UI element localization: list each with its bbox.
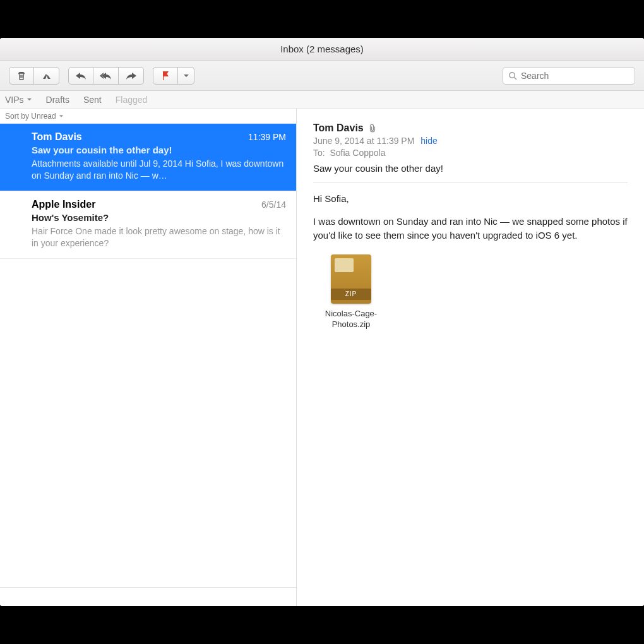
reply-button[interactable] <box>68 67 93 85</box>
flag-group <box>153 67 194 85</box>
junk-button[interactable] <box>34 67 59 85</box>
list-footer <box>0 587 296 606</box>
reader-from: Tom Davis <box>313 122 364 134</box>
favorites-label: Drafts <box>46 95 69 105</box>
message-cell[interactable]: Apple Insider 6/5/14 How's Yosemite? Hai… <box>0 191 296 259</box>
favorites-item-vips[interactable]: VIPs <box>5 95 32 105</box>
mail-window: Inbox (2 messages) <box>0 38 644 606</box>
sort-label: Sort by Unread <box>5 112 56 121</box>
favorites-label: VIPs <box>5 95 24 105</box>
search-icon <box>508 71 517 80</box>
message-date: 6/5/14 <box>261 200 286 210</box>
reader-datetime: June 9, 2014 at 11:39 PM <box>313 136 414 146</box>
letterbox-bottom <box>0 606 644 644</box>
message-preview: Attachments available until Jul 9, 2014 … <box>32 158 286 182</box>
favorites-label: Sent <box>83 95 102 105</box>
favorites-item-drafts[interactable]: Drafts <box>46 95 69 105</box>
titlebar: Inbox (2 messages) <box>0 38 644 61</box>
message-reader: Tom Davis June 9, 2014 at 11:39 PM hide … <box>297 109 644 606</box>
sort-row[interactable]: Sort by Unread <box>0 109 296 124</box>
reader-header: Tom Davis June 9, 2014 at 11:39 PM hide … <box>313 122 628 174</box>
reader-subject: Saw your cousin the other day! <box>313 163 628 174</box>
reply-forward-group <box>68 67 144 85</box>
search-input[interactable] <box>521 71 631 81</box>
zip-file-icon <box>331 254 371 304</box>
message-subject: Saw your cousin the other day! <box>32 145 286 155</box>
flag-button[interactable] <box>153 67 178 85</box>
message-body: Hi Sofia, I was downtown on Sunday and r… <box>313 192 628 330</box>
reader-to-label: To: <box>313 148 325 158</box>
message-sender: Tom Davis <box>32 131 82 143</box>
attachment[interactable]: Nicolas-Cage-Photos.zip <box>313 254 389 330</box>
body-paragraph: I was downtown on Sunday and ran into Ni… <box>313 215 628 242</box>
favorites-item-flagged[interactable]: Flagged <box>116 95 148 105</box>
favorites-label: Flagged <box>116 95 148 105</box>
favorites-item-sent[interactable]: Sent <box>83 95 102 105</box>
content-split: Sort by Unread Tom Davis 11:39 PM Saw yo… <box>0 109 644 606</box>
list-empty-space <box>0 259 296 587</box>
flag-menu-button[interactable] <box>178 67 194 85</box>
message-date: 11:39 PM <box>248 132 286 142</box>
delete-button[interactable] <box>9 67 34 85</box>
reader-to-name: Sofia Coppola <box>330 148 385 158</box>
hide-details-link[interactable]: hide <box>420 136 437 146</box>
svg-point-0 <box>510 72 515 77</box>
search-field-container[interactable] <box>503 67 635 85</box>
svg-line-1 <box>514 77 516 80</box>
screen-frame: Inbox (2 messages) <box>0 0 644 644</box>
message-cell[interactable]: Tom Davis 11:39 PM Saw your cousin the o… <box>0 124 296 191</box>
body-greeting: Hi Sofia, <box>313 192 628 206</box>
chevron-down-icon <box>27 97 32 102</box>
header-divider <box>313 182 628 183</box>
favorites-bar: VIPs Drafts Sent Flagged <box>0 91 644 109</box>
forward-button[interactable] <box>119 67 144 85</box>
chevron-down-icon <box>59 114 64 119</box>
message-subject: How's Yosemite? <box>32 212 286 223</box>
window-title: Inbox (2 messages) <box>280 44 364 54</box>
toolbar <box>0 61 644 91</box>
delete-junk-group <box>9 67 59 85</box>
message-sender: Apple Insider <box>32 199 95 210</box>
paperclip-icon <box>369 124 376 133</box>
message-list: Sort by Unread Tom Davis 11:39 PM Saw yo… <box>0 109 297 606</box>
message-preview: Hair Force One made it look pretty aweso… <box>32 225 286 249</box>
reply-all-button[interactable] <box>93 67 119 85</box>
letterbox-top <box>0 0 644 38</box>
attachment-filename: Nicolas-Cage-Photos.zip <box>313 309 389 330</box>
